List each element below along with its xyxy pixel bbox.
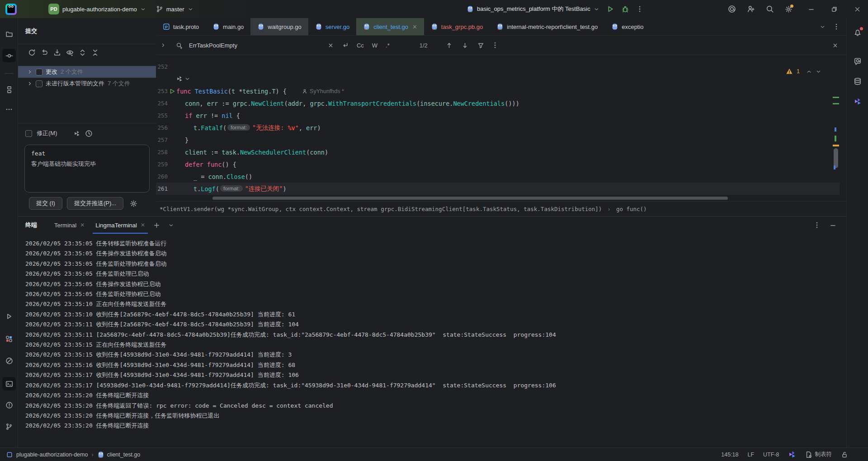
next-occurrence-button[interactable] bbox=[462, 42, 468, 49]
tab-options-button[interactable] bbox=[833, 23, 840, 30]
refresh-button[interactable] bbox=[28, 49, 36, 56]
close-icon[interactable]: ✕ bbox=[80, 222, 85, 228]
terminal-options-button[interactable] bbox=[813, 221, 821, 229]
commit-message-input[interactable]: feat 客户端基础功能实现完毕 bbox=[24, 145, 150, 193]
line-ending-indicator[interactable]: LF bbox=[747, 452, 754, 458]
stripe-match-marker[interactable] bbox=[833, 97, 839, 98]
code-with-me-button[interactable] bbox=[747, 5, 755, 13]
lingma-tool-button[interactable] bbox=[852, 96, 863, 107]
lingma-inlay-hint[interactable] bbox=[156, 73, 840, 85]
regex-toggle[interactable]: .* bbox=[386, 42, 390, 49]
unversioned-tree-row[interactable]: 未进行版本管理的文件 7 个文件 bbox=[18, 78, 156, 89]
previous-occurrence-button[interactable] bbox=[446, 42, 453, 49]
words-toggle[interactable]: W bbox=[372, 42, 377, 49]
minimize-button[interactable] bbox=[808, 6, 815, 13]
search-input[interactable]: ErrTaskPoolEmpty bbox=[189, 42, 237, 49]
profiler-tool-button[interactable] bbox=[4, 355, 14, 366]
inspections-widget[interactable]: 1 bbox=[786, 68, 821, 75]
previous-problem-button[interactable] bbox=[806, 69, 812, 75]
search-everywhere-button[interactable] bbox=[766, 5, 774, 13]
version-control-tool-button[interactable] bbox=[4, 421, 14, 432]
more-run-actions-button[interactable] bbox=[636, 5, 643, 13]
code-line-253[interactable]: 253func TestBasic(t *testing.T) { SyYhun… bbox=[156, 85, 840, 97]
run-tool-button[interactable] bbox=[4, 311, 14, 322]
editor-tab-task-grpc-pb-go[interactable]: task_grpc.pb.go bbox=[424, 18, 490, 35]
readonly-toggle[interactable] bbox=[841, 451, 848, 458]
editor-tab-internal-metric-report-client-test-go[interactable]: internal-metric-report\client_test.go bbox=[490, 18, 604, 35]
amend-checkbox[interactable] bbox=[25, 130, 32, 137]
rollback-button[interactable] bbox=[41, 49, 48, 56]
show-diff-button[interactable] bbox=[66, 49, 74, 56]
terminal-output[interactable]: 2026/02/05 23:35:05 任务转移监听协程准备运行2026/02/… bbox=[18, 234, 846, 431]
terminal-tool-button[interactable] bbox=[2, 377, 16, 390]
changes-checkbox[interactable] bbox=[36, 69, 42, 75]
code-line-257[interactable]: 257} bbox=[156, 134, 840, 146]
encoding-indicator[interactable]: UTF-8 bbox=[763, 452, 779, 458]
ai-chat-tool-button[interactable] bbox=[852, 56, 863, 67]
settings-button[interactable] bbox=[785, 5, 793, 13]
editor-tab-server-go[interactable]: server.go bbox=[308, 18, 356, 35]
lingma-status-button[interactable] bbox=[788, 451, 796, 458]
problems-tool-button[interactable] bbox=[4, 400, 14, 410]
vcs-branch-widget[interactable]: master bbox=[156, 5, 193, 13]
commit-options-button[interactable] bbox=[130, 200, 137, 207]
ai-assistant-button[interactable] bbox=[728, 5, 736, 13]
search-options-button[interactable] bbox=[491, 42, 499, 49]
stripe-warning-marker[interactable] bbox=[833, 145, 839, 146]
close-icon[interactable]: ✕ bbox=[412, 24, 417, 30]
filter-search-button[interactable] bbox=[477, 42, 484, 49]
shelve-button[interactable] bbox=[53, 49, 61, 56]
code-line-252[interactable]: 252 bbox=[156, 61, 840, 73]
notifications-button[interactable] bbox=[852, 27, 863, 38]
stripe-match-marker[interactable] bbox=[833, 103, 839, 104]
main-menu-button[interactable] bbox=[25, 6, 34, 12]
project-widget[interactable]: PD plugable-authorization-demo bbox=[48, 4, 146, 14]
new-terminal-tab-button[interactable] bbox=[153, 222, 160, 229]
close-button[interactable] bbox=[854, 6, 861, 13]
code-line-258[interactable]: 258client := task.NewSchedulerClient(con… bbox=[156, 146, 840, 158]
code-line-261[interactable]: 261t.Logf(format:"连接已关闭") bbox=[156, 183, 840, 195]
database-tool-button[interactable] bbox=[852, 76, 863, 87]
lingma-generate-message-button[interactable] bbox=[74, 130, 80, 137]
indent-indicator[interactable]: 制表符 bbox=[805, 451, 832, 458]
commit-history-button[interactable] bbox=[85, 130, 93, 137]
commit-button[interactable]: 提交 (I) bbox=[29, 197, 62, 210]
horizontal-scrollbar[interactable] bbox=[212, 197, 728, 200]
caret-position[interactable]: 145:18 bbox=[721, 452, 738, 458]
run-test-gutter-icon[interactable] bbox=[168, 89, 176, 94]
hide-terminal-button[interactable] bbox=[830, 222, 836, 229]
collapse-all-button[interactable] bbox=[91, 49, 99, 56]
commit-tool-button[interactable] bbox=[2, 49, 16, 62]
next-problem-button[interactable] bbox=[816, 69, 821, 75]
more-tools-button[interactable] bbox=[4, 104, 14, 115]
editor-tab-client-test-go[interactable]: client_test.go✕ bbox=[356, 18, 424, 35]
code-line-256[interactable]: 256t.Fatalf(format:"无法连接: %v", err) bbox=[156, 122, 840, 134]
editor-tab-main-go[interactable]: main.go bbox=[206, 18, 250, 35]
new-line-button[interactable] bbox=[342, 42, 349, 49]
editor-tab-waitgroup-go[interactable]: waitgroup.go bbox=[250, 18, 308, 35]
close-search-button[interactable] bbox=[832, 42, 838, 48]
editor-tab-task-proto[interactable]: Ptask.proto bbox=[156, 18, 206, 35]
search-history-button[interactable] bbox=[176, 42, 183, 49]
commit-and-push-button[interactable]: 提交并推送(P)... bbox=[67, 197, 123, 210]
restore-button[interactable] bbox=[831, 6, 838, 13]
structure-tool-button[interactable] bbox=[4, 84, 14, 95]
match-case-toggle[interactable]: Cc bbox=[357, 42, 364, 49]
close-icon[interactable]: ✕ bbox=[141, 222, 145, 228]
stripe-change-marker[interactable] bbox=[835, 127, 836, 132]
editor-tab-exceptio[interactable]: exceptio bbox=[604, 18, 650, 35]
project-tool-button[interactable] bbox=[4, 28, 14, 39]
statusbar-project-crumb[interactable]: plugable-authorization-demo bbox=[16, 452, 88, 458]
run-button[interactable] bbox=[606, 5, 614, 13]
run-configuration-widget[interactable]: basic_ops_metrics_platform 中的 TestBasic bbox=[467, 5, 599, 13]
expand-search-button[interactable] bbox=[160, 42, 166, 48]
code-line-254[interactable]: 254conn, err := grpc.NewClient(addr, grp… bbox=[156, 97, 840, 109]
stripe-change-marker[interactable] bbox=[835, 136, 836, 141]
expand-all-button[interactable] bbox=[79, 49, 86, 56]
code-line-260[interactable]: 260_ = conn.Close() bbox=[156, 170, 840, 183]
unversioned-checkbox[interactable] bbox=[36, 80, 42, 87]
code-line-259[interactable]: 259defer func() { bbox=[156, 158, 840, 170]
terminal-tab-dropdown-button[interactable] bbox=[168, 222, 174, 228]
stripe-change-marker[interactable] bbox=[834, 165, 835, 169]
services-tool-button[interactable] bbox=[4, 334, 14, 344]
